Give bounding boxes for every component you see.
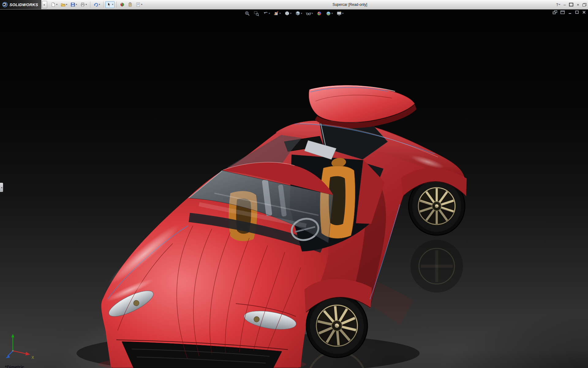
- previous-view-icon: [263, 11, 268, 16]
- hide-show-items-button[interactable]: ▾: [305, 10, 314, 17]
- close-button[interactable]: ×: [577, 3, 579, 7]
- print-icon: [80, 2, 85, 7]
- previous-view-button[interactable]: ▾: [262, 10, 271, 17]
- dropdown-chevron[interactable]: ▾: [332, 12, 333, 15]
- options-button[interactable]: ▾: [134, 1, 144, 8]
- dropdown-chevron[interactable]: ▾: [279, 12, 281, 15]
- undo-button[interactable]: ▾: [92, 1, 101, 8]
- doc-minimize-icon: [568, 10, 572, 14]
- dropdown-chevron[interactable]: ▾: [312, 12, 313, 15]
- clipboard-icon: [128, 2, 133, 7]
- menu-flyout-arrow[interactable]: ▸: [42, 1, 47, 8]
- cascade-windows-button[interactable]: [582, 3, 586, 6]
- view-settings-button[interactable]: ▾: [336, 10, 345, 17]
- zoom-to-fit-button[interactable]: [243, 10, 251, 17]
- edit-appearance-button[interactable]: [119, 1, 126, 8]
- titlebar: SOLIDWORKS ▸ ▾ ▾ ▾: [0, 0, 588, 10]
- toolbar-separator: [116, 2, 117, 8]
- y-axis-arrow: [11, 334, 14, 337]
- rear-wheel-reflection: [410, 240, 463, 293]
- view-orientation-label: *Dimetric: [5, 365, 24, 368]
- new-document-icon: [51, 2, 56, 7]
- edit-appearance-ball-icon: [120, 2, 125, 7]
- dropdown-chevron[interactable]: ▾: [269, 12, 270, 15]
- toolbar-separator: [103, 2, 104, 8]
- doc-restore-icon: [552, 10, 557, 14]
- dropdown-chevron[interactable]: ▾: [56, 3, 58, 6]
- view-settings-icon: [337, 11, 342, 16]
- dropdown-chevron: ▾: [559, 3, 560, 6]
- restore-button[interactable]: [569, 3, 573, 6]
- x-axis-label: X: [32, 355, 34, 360]
- solidworks-logo: SOLIDWORKS: [0, 0, 41, 9]
- document-window-controls: [552, 10, 586, 14]
- options-sheet-icon: [136, 2, 141, 7]
- apply-scene-button[interactable]: ▾: [325, 10, 334, 17]
- doc-close-icon: [582, 10, 586, 14]
- main-toolbar: ▾ ▾ ▾ ▾ ▾: [47, 1, 146, 8]
- doc-maximize-button[interactable]: [575, 10, 579, 14]
- edit-appearance-icon: [317, 11, 322, 16]
- featuremanager-collapse-tab[interactable]: ◂: [0, 183, 3, 192]
- help-button[interactable]: ? ▾: [556, 3, 560, 7]
- undo-icon: [93, 2, 98, 7]
- help-glyph: ?: [556, 3, 558, 7]
- section-view-icon: [273, 11, 279, 16]
- origin-triad: X: [2, 332, 36, 360]
- clipboard-button[interactable]: [126, 1, 134, 8]
- zoom-to-area-icon: [254, 11, 259, 16]
- print-button[interactable]: ▾: [79, 1, 88, 8]
- brand-text: SOLIDWORKS: [9, 2, 38, 7]
- display-style-icon: [295, 11, 300, 16]
- toolbar-separator: [90, 2, 90, 8]
- dropdown-chevron[interactable]: ▾: [301, 12, 302, 15]
- display-style-button[interactable]: ▾: [294, 10, 303, 17]
- dropdown-chevron[interactable]: ▾: [99, 3, 100, 6]
- dropdown-chevron[interactable]: ▾: [342, 12, 344, 15]
- open-icon: [61, 2, 66, 7]
- select-tool-button[interactable]: ▾: [105, 1, 115, 8]
- save-button[interactable]: ▾: [69, 1, 78, 8]
- apply-scene-icon: [326, 11, 331, 16]
- model-scene[interactable]: [0, 9, 588, 368]
- zoom-to-fit-icon: [244, 11, 250, 16]
- save-icon: [70, 2, 75, 7]
- 3ds-logo-icon: [2, 2, 8, 7]
- window-controls: ? ▾ – ×: [556, 3, 588, 7]
- heads-up-view-toolbar: ▾ ▾ ▾ ▾ ▾: [243, 10, 345, 17]
- dropdown-chevron[interactable]: ▾: [112, 3, 113, 6]
- dropdown-chevron[interactable]: ▾: [290, 12, 291, 15]
- select-cursor-icon: [107, 2, 111, 7]
- x-axis-arrow: [25, 352, 30, 355]
- section-view-button[interactable]: ▾: [273, 10, 281, 17]
- view-orientation-cube-icon: [284, 11, 290, 16]
- doc-minimize-button[interactable]: [568, 10, 572, 14]
- view-orientation-button[interactable]: ▾: [283, 10, 292, 17]
- doc-new-window-icon: [560, 10, 565, 14]
- dropdown-chevron[interactable]: ▾: [141, 3, 142, 6]
- minimize-button[interactable]: –: [564, 3, 566, 7]
- supercar-model[interactable]: [101, 85, 467, 368]
- graphics-area[interactable]: ▾ ▾ ▾ ▾ ▾: [0, 9, 588, 368]
- doc-restore-button[interactable]: [552, 10, 557, 14]
- dropdown-chevron[interactable]: ▾: [86, 3, 87, 6]
- doc-close-button[interactable]: [582, 10, 586, 14]
- dropdown-chevron[interactable]: ▾: [76, 3, 77, 6]
- window-title: Supercar [Read-only]: [333, 2, 367, 7]
- hide-show-items-icon: [306, 11, 311, 16]
- cascade-windows-icon: [582, 3, 586, 6]
- new-document-button[interactable]: ▾: [50, 1, 59, 8]
- doc-maximize-icon: [575, 10, 579, 14]
- open-button[interactable]: ▾: [59, 1, 69, 8]
- edit-appearance-button-hud[interactable]: [316, 10, 323, 17]
- dropdown-chevron[interactable]: ▾: [66, 3, 67, 6]
- doc-new-window-button[interactable]: [560, 10, 565, 14]
- zoom-to-area-button[interactable]: [253, 10, 260, 17]
- restore-icon: [569, 3, 573, 6]
